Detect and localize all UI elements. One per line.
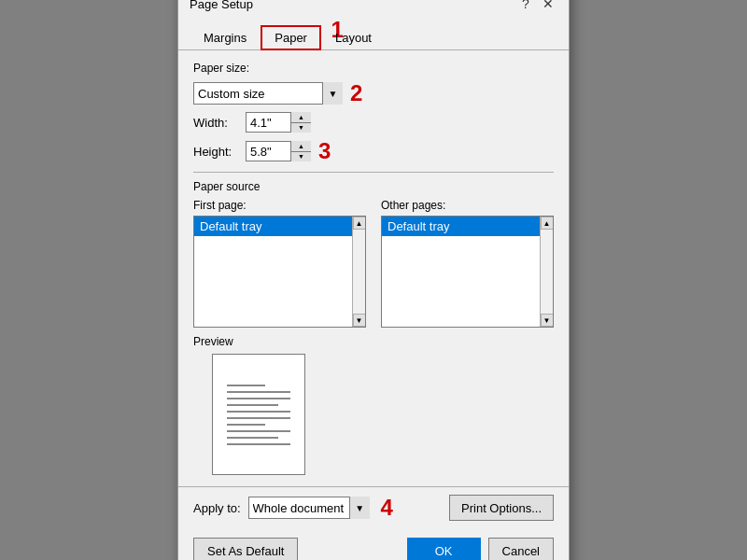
print-options-button[interactable]: Print Options... (449, 495, 554, 521)
other-pages-default-tray[interactable]: Default tray (382, 217, 553, 236)
preview-line-3 (227, 398, 291, 399)
apply-bar: Apply to: Whole documentThis point forwa… (178, 486, 569, 528)
page-setup-dialog: Page Setup ? ✕ Margins Paper 1 Layout Pa… (177, 0, 570, 560)
preview-line-7 (227, 424, 265, 426)
first-page-scrollbar: ▲ ▼ (352, 217, 365, 327)
other-pages-scroll-down[interactable]: ▼ (541, 314, 554, 327)
paper-source-section: Paper source First page: Default tray ▲ … (193, 180, 554, 328)
width-spin-down[interactable]: ▼ (291, 123, 311, 133)
preview-label: Preview (193, 335, 554, 348)
separator-1 (193, 172, 554, 173)
title-bar: Page Setup ? ✕ (178, 0, 569, 13)
first-page-col: First page: Default tray ▲ ▼ (193, 199, 366, 328)
paper-size-select[interactable]: Custom sizeLetterA4Legal (193, 82, 343, 105)
apply-to-select[interactable]: Whole documentThis point forwardThis sec… (248, 497, 370, 519)
dialog-content: Paper size: Custom sizeLetterA4Legal ▼ 2… (178, 50, 569, 486)
tab-bar: Margins Paper 1 Layout (178, 17, 569, 50)
height-spinner: ▲ ▼ (246, 141, 311, 161)
other-pages-label: Other pages: (381, 199, 554, 212)
preview-line-9 (227, 437, 278, 439)
set-default-button[interactable]: Set As Default (193, 538, 298, 560)
paper-source-label: Paper source (193, 180, 554, 193)
paper-size-select-wrapper: Custom sizeLetterA4Legal ▼ (193, 82, 343, 105)
other-pages-scroll-up[interactable]: ▲ (541, 217, 554, 230)
preview-section: Preview (193, 335, 554, 475)
preview-line-1 (227, 385, 265, 386)
width-spin-buttons: ▲ ▼ (290, 112, 311, 133)
annotation-2: 2 (350, 80, 362, 106)
preview-box (212, 354, 305, 475)
paper-source-columns: First page: Default tray ▲ ▼ Other pages… (193, 199, 554, 328)
other-pages-scrollbar: ▲ ▼ (540, 217, 553, 327)
tab-layout[interactable]: Layout (321, 25, 386, 50)
footer-right-buttons: OK Cancel (407, 538, 554, 560)
height-spin-buttons: ▲ ▼ (290, 141, 311, 161)
first-page-listbox[interactable]: Default tray ▲ ▼ (193, 216, 366, 328)
paper-size-label: Paper size: (193, 62, 554, 75)
footer-bar: Set As Default OK Cancel (178, 528, 569, 560)
height-spin-up[interactable]: ▲ (291, 141, 311, 152)
preview-line-2 (227, 391, 291, 393)
preview-lines (227, 385, 291, 445)
other-pages-listbox[interactable]: Default tray ▲ ▼ (381, 216, 554, 328)
tab-paper[interactable]: Paper (261, 25, 321, 50)
apply-to-label: Apply to: (193, 501, 241, 515)
cancel-button[interactable]: Cancel (488, 538, 554, 560)
annotation-3: 3 (318, 138, 331, 164)
height-label: Height: (193, 145, 246, 159)
first-page-default-tray[interactable]: Default tray (194, 217, 365, 236)
tab-margins[interactable]: Margins (190, 25, 261, 50)
preview-line-8 (227, 430, 291, 432)
close-button[interactable]: ✕ (539, 0, 557, 13)
apply-to-select-wrapper: Whole documentThis point forwardThis sec… (248, 497, 370, 519)
preview-line-6 (227, 417, 291, 419)
dialog-title: Page Setup (190, 0, 253, 11)
paper-size-row: Custom sizeLetterA4Legal ▼ 2 (193, 80, 554, 106)
preview-line-4 (227, 404, 278, 406)
preview-line-5 (227, 411, 291, 413)
width-label: Width: (193, 116, 246, 130)
annotation-4: 4 (381, 495, 393, 521)
first-page-scroll-up[interactable]: ▲ (353, 217, 366, 230)
preview-line-10 (227, 443, 291, 445)
width-spin-up[interactable]: ▲ (291, 112, 311, 123)
width-spinner: ▲ ▼ (246, 112, 311, 133)
first-page-label: First page: (193, 199, 366, 212)
other-pages-col: Other pages: Default tray ▲ ▼ (381, 199, 554, 328)
help-button[interactable]: ? (516, 0, 535, 13)
width-row: Width: ▲ ▼ (193, 112, 554, 133)
height-spin-down[interactable]: ▼ (291, 152, 311, 162)
ok-button[interactable]: OK (407, 538, 481, 560)
title-controls: ? ✕ (516, 0, 557, 13)
first-page-scroll-down[interactable]: ▼ (353, 314, 366, 327)
height-row: Height: ▲ ▼ 3 (193, 138, 554, 164)
